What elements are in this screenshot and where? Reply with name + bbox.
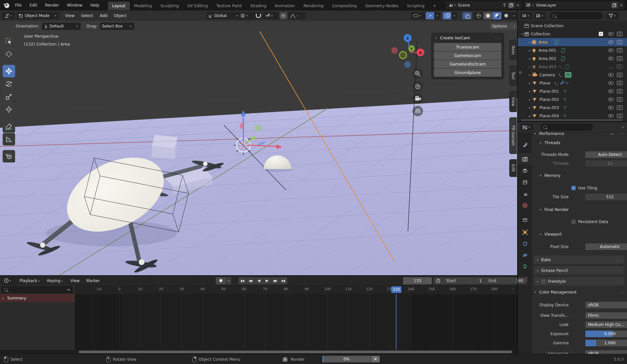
axis-neg-y[interactable] [399,51,407,59]
hide-eye-icon[interactable] [608,73,614,77]
menu-view[interactable]: View [62,13,78,18]
scene-selector[interactable]: ▾ Scene ✕ [446,1,521,9]
overlays-toggle[interactable] [443,12,451,19]
tab-view-layer[interactable] [518,177,532,188]
prev-keyframe-button[interactable]: ◀◆ [247,277,254,284]
menu-marker[interactable]: Marker [83,278,103,283]
playhead-line[interactable] [396,294,396,350]
outliner-editor-type-button[interactable]: ▾ [520,12,532,19]
shading-wireframe-button[interactable] [474,12,483,19]
tool-cursor[interactable] [3,48,15,60]
gizmo-y-handle[interactable] [252,136,255,140]
outliner-row-plane-003[interactable]: ▸ Plane.003 ▽ [518,104,627,112]
shading-rendered-button[interactable] [502,12,511,19]
outliner-row-plane-004[interactable]: ▸ Plane.004 ▽ [518,112,627,120]
panel-freestyle[interactable]: ▸ Freestyle :::: [534,277,624,285]
drag-grip-icon[interactable]: ::::: [494,36,501,40]
outliner-row-plane-001[interactable]: ▸ Plane.001 ▽ [518,87,627,95]
panel-performance-header[interactable]: ▾ Performance ≔ :::: [532,130,627,138]
zoom-button[interactable] [413,68,423,79]
look-dropdown[interactable]: Medium High Co...▾ [585,321,627,328]
subpanel-viewport-header[interactable]: ▾ Viewport [532,230,627,238]
disclosure-icon[interactable]: ▸ [1,297,5,300]
frame-end-field[interactable]: End140 [485,277,527,284]
tab-world[interactable] [518,200,532,211]
pan-button[interactable] [413,81,423,91]
sidebar-tab-item[interactable]: Item [509,40,517,60]
new-view-layer-button[interactable] [611,2,618,8]
hide-eye-icon[interactable] [608,98,614,101]
render-visibility-icon[interactable] [617,105,622,110]
trueisocam-button[interactable]: TrueIsocam [434,43,501,51]
channel-filter-toggle[interactable]: ↔ [64,286,73,293]
orientation-dropdown[interactable]: Default ▾ [42,23,81,30]
drag-grip-icon[interactable]: :::: [619,132,624,135]
workspace-tab-texture-paint[interactable]: Texture Paint [212,2,246,10]
groundplane-button[interactable]: Groundplane [434,68,501,77]
xray-toggle[interactable] [462,12,472,19]
threads-mode-dropdown[interactable]: Auto-Detect▾ [585,151,627,158]
persistent-data-checkbox[interactable] [571,220,576,224]
menu-object[interactable]: Object [111,13,130,18]
disclosure-icon[interactable]: ▸ [528,65,532,68]
exposure-slider[interactable]: 0.000 [585,331,627,337]
disclosure-icon[interactable]: ▸ [528,49,532,52]
pixel-size-dropdown[interactable]: Automatic▾ [585,243,627,250]
sidebar-tab-pr-isocam[interactable]: PR Isocam [509,117,517,154]
proportional-edit-button[interactable] [279,12,287,19]
panel-grease-pencil[interactable]: ▸Grease Pencil :::: [534,266,624,275]
render-visibility-icon[interactable] [617,40,622,44]
tab-object-data[interactable] [518,261,532,272]
outliner-row-area-003[interactable]: ▸ Area.003 [518,63,627,71]
menu-edit[interactable]: Edit [26,0,41,10]
render-visibility-icon[interactable] [617,65,622,69]
gamma-slider[interactable]: 1.000 [585,340,627,346]
outliner-row-area-001[interactable]: ▸ Area.001 [518,46,627,54]
axis-neg-z[interactable] [404,61,411,68]
workspace-tab-layout[interactable]: Layout [108,2,130,10]
hide-eye-icon[interactable] [608,32,614,36]
timeline-channel-area[interactable] [75,294,517,350]
outliner-scrollbar[interactable] [521,119,623,121]
overlays-dropdown[interactable]: ▾ [452,12,457,19]
outliner-row-area-002[interactable]: ▸ Area.002 [518,54,627,63]
play-button[interactable]: ▶ [263,277,271,284]
render-visibility-icon[interactable] [617,73,622,77]
jump-to-start-button[interactable]: ▮◀ [238,277,246,284]
outliner-filter-button[interactable]: ▾ [607,12,619,19]
orthographic-toggle-button[interactable] [413,106,423,116]
frame-start-field[interactable]: Start1 [443,277,485,284]
workspace-tab-geometry-nodes[interactable]: Geometry Nodes [361,2,403,10]
channel-search[interactable] [1,286,66,293]
tile-size-field[interactable]: 512 [585,194,627,200]
sidebar-tab-view[interactable]: View [509,91,517,112]
disclosure-icon[interactable]: ▸ [528,114,532,118]
gameisocam-button[interactable]: GameIsocam [434,51,501,60]
summary-channel[interactable]: ▸ Summary [0,294,75,302]
hide-eye-icon[interactable] [608,48,614,52]
workspace-tab-shading[interactable]: Shading [246,2,271,10]
tool-transform[interactable] [3,103,15,116]
timeline-editor-type-button[interactable]: ▾ [2,277,14,284]
axis-neg-x[interactable] [391,47,398,54]
auto-keying-button[interactable] [216,277,226,284]
translucent-cube[interactable] [152,135,177,159]
snap-toggle-button[interactable] [254,12,262,19]
freestyle-checkbox[interactable] [541,279,546,284]
gameiso4to3cam-button[interactable]: GameIso4to3cam [434,60,501,68]
render-visibility-icon[interactable] [617,114,622,118]
collapse-icon[interactable]: ▾ [435,36,437,40]
play-reverse-button[interactable]: ◀ [255,277,263,284]
drag-dropdown[interactable]: Select Box ▾ [100,23,134,30]
workspace-tab-animation[interactable]: Animation [271,2,299,10]
subpanel-final-render-header[interactable]: ▾ Final Render [532,206,627,214]
pivot-point-dropdown[interactable]: ▾ [238,12,256,19]
properties-options-chevron[interactable]: ▾ [622,125,624,129]
menu-tl-view[interactable]: View [67,278,83,283]
shading-solid-button[interactable] [483,12,492,19]
timeline-scrollbar[interactable] [79,351,512,353]
threads-count-field[interactable]: 12 [585,160,627,167]
use-tiling-checkbox[interactable]: ✓ [571,186,576,190]
tab-physics[interactable] [518,250,532,261]
cancel-render-button[interactable]: ✕ [371,356,380,362]
